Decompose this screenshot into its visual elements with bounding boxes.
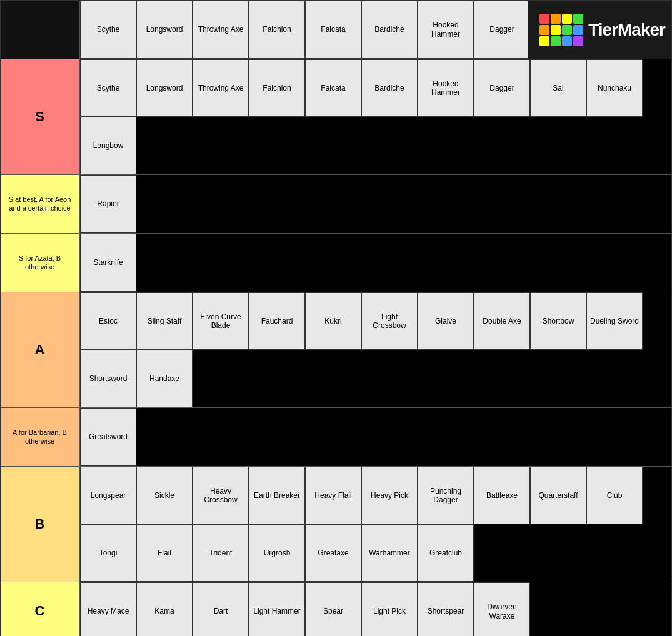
item-bardiche: Bardiche [361, 59, 418, 117]
header-item-falcata: Falcata [305, 1, 361, 59]
item-flail: Flail [136, 524, 193, 582]
item-kukri: Kukri [305, 292, 361, 350]
tier-a-items: Estoc Sling Staff Elven Curve Blade Fauc… [79, 292, 671, 407]
item-starknife: Starknife [80, 234, 136, 292]
item-trident: Trident [193, 524, 249, 582]
item-heavy-pick: Heavy Pick [361, 467, 418, 524]
item-battleaxe: Battleaxe [474, 467, 530, 524]
tier-list: Scythe Longsword Throwing Axe Falchion F… [0, 0, 672, 636]
item-handaxe: Handaxe [136, 350, 193, 407]
item-sai: Sai [530, 59, 586, 117]
item-longspear: Longspear [80, 467, 136, 524]
item-earth-breaker: Earth Breaker [249, 467, 305, 524]
tier-c-row: C Heavy Mace Kama Dart Light Hammer Spea… [1, 582, 671, 636]
tier-b-row: B Longspear Sickle Heavy Crossbow Earth … [1, 467, 671, 582]
item-quarterstaff: Quarterstaff [530, 467, 586, 524]
header-item-hooked-hammer: Hooked Hammer [418, 1, 474, 59]
header-item-throwing-axe: Throwing Axe [193, 1, 249, 59]
tier-s-label: S [1, 59, 79, 174]
tier-s-row: S Scythe Longsword Throwing Axe Falchion… [1, 59, 671, 175]
item-greatclub: Greatclub [418, 524, 474, 582]
item-fauchard: Fauchard [249, 292, 305, 350]
tier-a-row: A Estoc Sling Staff Elven Curve Blade Fa… [1, 292, 671, 408]
header-label [1, 1, 79, 59]
tier-s-azata-items: Starknife [79, 234, 671, 292]
header-item-bardiche: Bardiche [361, 1, 418, 59]
item-sling-staff: Sling Staff [136, 292, 193, 350]
item-dart: Dart [193, 582, 249, 636]
item-shortbow: Shortbow [530, 292, 586, 350]
header-item-dagger: Dagger [474, 1, 530, 59]
item-dueling-sword: Dueling Sword [586, 292, 643, 350]
tier-b-items: Longspear Sickle Heavy Crossbow Earth Br… [79, 467, 671, 582]
item-sickle: Sickle [136, 467, 193, 524]
header-items: Scythe Longsword Throwing Axe Falchion F… [79, 1, 671, 59]
item-falchion: Falchion [249, 59, 305, 117]
item-light-crossbow: Light Crossbow [361, 292, 418, 350]
item-estoc: Estoc [80, 292, 136, 350]
tier-s-aeon-label: S at best, A for Aeon and a certain choi… [1, 175, 79, 233]
item-elven-curve-blade: Elven Curve Blade [193, 292, 249, 350]
item-dagger: Dagger [474, 59, 530, 117]
item-heavy-mace: Heavy Mace [80, 582, 136, 636]
item-longsword: Longsword [136, 59, 193, 117]
tier-s-row-2: Longbow [80, 117, 671, 174]
tiermaker-text: TierMaker [588, 20, 665, 40]
item-shortspear: Shortspear [418, 582, 474, 636]
item-shortsword: Shortsword [80, 350, 136, 407]
item-greataxe: Greataxe [305, 524, 361, 582]
tier-a-label: A [1, 292, 79, 407]
item-rapier: Rapier [80, 175, 136, 233]
tier-a-barbarian-row: A for Barbarian, B otherwise Greatsword [1, 408, 671, 467]
item-throwing-axe: Throwing Axe [193, 59, 249, 117]
item-club: Club [586, 467, 643, 524]
tier-s-azata-row: S for Azata, B otherwise Starknife [1, 234, 671, 292]
item-light-hammer: Light Hammer [249, 582, 305, 636]
tier-a-barbarian-items: Greatsword [79, 408, 671, 466]
tier-s-azata-label: S for Azata, B otherwise [1, 234, 79, 292]
tier-s-items: Scythe Longsword Throwing Axe Falchion F… [79, 59, 671, 174]
item-dwarven-waraxe: Dwarven Waraxe [474, 582, 530, 636]
item-punching-dagger: Punching Dagger [418, 467, 474, 524]
tiermaker-logo: TierMaker [528, 1, 671, 59]
item-longbow: Longbow [80, 117, 136, 174]
tier-a-row-2: Shortsword Handaxe [80, 350, 671, 407]
header-item-longsword: Longsword [136, 1, 193, 59]
tier-s-aeon-row: S at best, A for Aeon and a certain choi… [1, 175, 671, 234]
item-scythe: Scythe [80, 59, 136, 117]
item-kama: Kama [136, 582, 193, 636]
tier-c-label: C [1, 582, 79, 636]
tier-b-row-2: Tongi Flail Trident Urgrosh Greataxe War… [80, 524, 671, 582]
tier-s-row-1: Scythe Longsword Throwing Axe Falchion F… [80, 59, 671, 117]
tier-c-items: Heavy Mace Kama Dart Light Hammer Spear … [79, 582, 671, 636]
item-warhammer: Warhammer [361, 524, 418, 582]
tier-b-row-1: Longspear Sickle Heavy Crossbow Earth Br… [80, 467, 671, 524]
header-item-falchion: Falchion [249, 1, 305, 59]
item-heavy-crossbow: Heavy Crossbow [193, 467, 249, 524]
tier-a-barbarian-label: A for Barbarian, B otherwise [1, 408, 79, 466]
item-urgrosh: Urgrosh [249, 524, 305, 582]
tier-b-label: B [1, 467, 79, 582]
item-double-axe: Double Axe [474, 292, 530, 350]
logo-grid [539, 14, 583, 46]
item-tongi: Tongi [80, 524, 136, 582]
tier-a-row-1: Estoc Sling Staff Elven Curve Blade Fauc… [80, 292, 671, 350]
item-spear: Spear [305, 582, 361, 636]
item-glaive: Glaive [418, 292, 474, 350]
item-hooked-hammer: Hooked Hammer [418, 59, 474, 117]
item-falcata: Falcata [305, 59, 361, 117]
header-row: Scythe Longsword Throwing Axe Falchion F… [1, 1, 671, 59]
header-item-scythe: Scythe [80, 1, 136, 59]
tier-s-aeon-items: Rapier [79, 175, 671, 233]
item-light-pick: Light Pick [361, 582, 418, 636]
item-nunchaku-s: Nunchaku [586, 59, 643, 117]
item-heavy-flail: Heavy Flail [305, 467, 361, 524]
item-greatsword: Greatsword [80, 408, 136, 466]
